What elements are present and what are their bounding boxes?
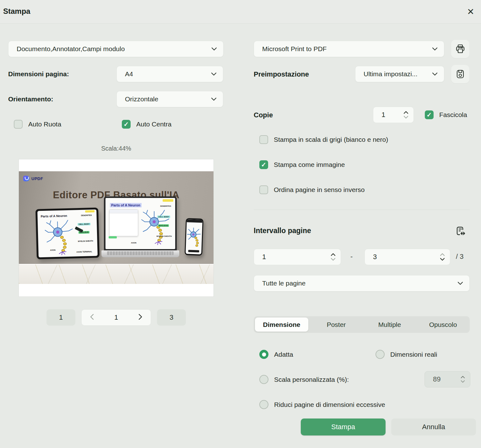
fit-row: Adatta: [259, 350, 293, 359]
chevron-down-icon: [211, 47, 217, 51]
range-from-stepper[interactable]: 1: [254, 249, 341, 265]
actual-size-label: Dimensioni reali: [390, 351, 437, 358]
pager-prev-icon[interactable]: [90, 314, 94, 321]
cancel-button-label: Annulla: [422, 423, 445, 431]
printer-properties-button[interactable]: [451, 40, 469, 58]
chevron-down-icon: [432, 47, 438, 51]
label-nucleus: NUCLEUS: [158, 224, 169, 227]
print-as-image-row: ✓ Stampa come immagine: [259, 160, 345, 169]
orientation-label: Orientamento:: [8, 95, 53, 103]
pager-last-value: 3: [170, 313, 173, 322]
preset-select-value: Ultima impostazi...: [364, 70, 418, 78]
grayscale-row: Stampa in scala di grigi (bianco e nero): [259, 135, 388, 144]
custom-scale-radio[interactable]: [259, 375, 268, 384]
custom-scale-stepper[interactable]: 89: [424, 371, 470, 387]
auto-rotate-row: Auto Ruota: [14, 120, 61, 129]
save-preset-button[interactable]: [451, 65, 469, 83]
page-subset-select[interactable]: Tutte le pagine: [254, 275, 470, 291]
collate-checkbox[interactable]: ✓: [425, 110, 434, 119]
step-down-icon[interactable]: [461, 380, 465, 383]
tablet-mockup: Parts of A Neuron DEN: [35, 207, 100, 259]
fit-radio[interactable]: [259, 350, 268, 359]
step-up-icon[interactable]: [440, 253, 445, 256]
page-range-label: Intervallo pagine: [254, 227, 311, 235]
label-cell-body: CELL BODY: [157, 216, 170, 218]
pager-first-value: 1: [59, 313, 63, 322]
tab-opuscolo[interactable]: Opuscolo: [416, 321, 470, 328]
step-down-icon[interactable]: [440, 258, 445, 261]
neuron-diagram: [186, 223, 203, 252]
range-to-stepper[interactable]: 3: [365, 249, 450, 265]
chevron-down-icon: [211, 72, 217, 76]
print-as-image-label: Stampa come immagine: [274, 161, 345, 168]
auto-center-row: ✓ Auto Centra: [122, 120, 171, 129]
copies-stepper[interactable]: 1: [373, 107, 414, 123]
laptop-screen-title: Parts of A Neuron: [110, 203, 142, 207]
phone-statusbar: [187, 219, 203, 223]
step-up-icon[interactable]: [331, 253, 336, 256]
printer-select[interactable]: Microsoft Print to PDF: [254, 41, 444, 57]
pager-first-button[interactable]: 1: [46, 309, 75, 326]
pager-next-icon[interactable]: [138, 314, 143, 321]
print-preview-page: UPDF Editore PDF Basato sull'IA Parts of…: [19, 159, 213, 296]
pager-current-value: 1: [114, 313, 118, 322]
reverse-order-row: Ordina pagine in senso inverso: [259, 185, 365, 194]
sticky-note: [163, 199, 173, 202]
step-up-icon[interactable]: [461, 376, 465, 379]
auto-rotate-checkbox[interactable]: [14, 120, 23, 129]
chevron-down-icon: [211, 98, 217, 101]
save-icon: [455, 69, 465, 79]
dialog-header: Stampa ✕: [0, 0, 481, 24]
range-dash: -: [350, 253, 353, 261]
phone-toolbar: [188, 250, 199, 252]
tab-dimensione[interactable]: Dimensione: [255, 317, 308, 332]
tab-multiple[interactable]: Multiple: [363, 321, 416, 328]
range-total: / 3: [456, 253, 463, 261]
fit-label: Adatta: [274, 351, 293, 358]
page-range-icon: [454, 225, 467, 237]
copies-value: 1: [381, 111, 385, 119]
chevron-down-icon: [457, 282, 463, 285]
reverse-order-checkbox[interactable]: [259, 185, 268, 194]
orientation-select[interactable]: Orizzontale: [116, 91, 223, 107]
size-mode-tabs: Dimensione Poster Multiple Opuscolo: [254, 316, 470, 333]
print-as-image-checkbox[interactable]: ✓: [259, 160, 268, 169]
auto-center-checkbox[interactable]: ✓: [122, 120, 131, 129]
content-select[interactable]: Documento,Annotator,Campi modulo: [8, 41, 224, 57]
shrink-oversized-label: Riduci pagine di dimensioni eccessive: [274, 401, 385, 408]
marble-table: [19, 264, 213, 284]
print-button[interactable]: Stampa: [301, 419, 386, 435]
label-myelin: MYELIN SHEATH: [155, 235, 173, 237]
label-axon: AXON: [49, 249, 57, 252]
printer-icon: [455, 44, 466, 54]
step-up-icon[interactable]: [403, 111, 408, 114]
shrink-oversized-radio[interactable]: [259, 400, 268, 409]
grayscale-label: Stampa in scala di grigi (bianco e nero): [274, 136, 388, 143]
label-myelin: MYELIN SHEATH: [77, 240, 94, 243]
actual-size-row: Dimensioni reali: [376, 350, 437, 359]
grayscale-checkbox[interactable]: [259, 135, 268, 144]
preset-select[interactable]: Ultima impostazi...: [355, 66, 444, 82]
laptop-mockup: Parts of A Neuron: [101, 196, 179, 259]
cancel-button[interactable]: Annulla: [391, 419, 476, 435]
custom-range-button[interactable]: [452, 223, 468, 239]
pager-last-button[interactable]: 3: [157, 309, 186, 326]
preview-photo: UPDF Editore PDF Basato sull'IA Parts of…: [19, 171, 213, 284]
orientation-value: Orizzontale: [125, 95, 158, 103]
tab-poster[interactable]: Poster: [310, 321, 363, 328]
collate-row: ✓ Fascicola: [425, 110, 467, 119]
updf-logo-text: UPDF: [31, 176, 43, 181]
reverse-order-label: Ordina pagine in senso inverso: [274, 186, 365, 194]
actual-size-radio[interactable]: [376, 350, 385, 359]
preset-label: Preimpostazione: [254, 70, 309, 78]
close-icon[interactable]: ✕: [465, 6, 477, 18]
step-down-icon[interactable]: [403, 116, 408, 119]
chevron-down-icon: [432, 72, 438, 76]
sticky-note: [85, 210, 95, 213]
page-size-select[interactable]: A4: [116, 66, 223, 82]
step-down-icon[interactable]: [331, 258, 336, 261]
page-size-label: Dimensioni pagina:: [8, 70, 69, 78]
updf-logo-icon: [23, 176, 30, 181]
range-from-value: 1: [262, 253, 266, 261]
section-divider: [254, 210, 470, 210]
